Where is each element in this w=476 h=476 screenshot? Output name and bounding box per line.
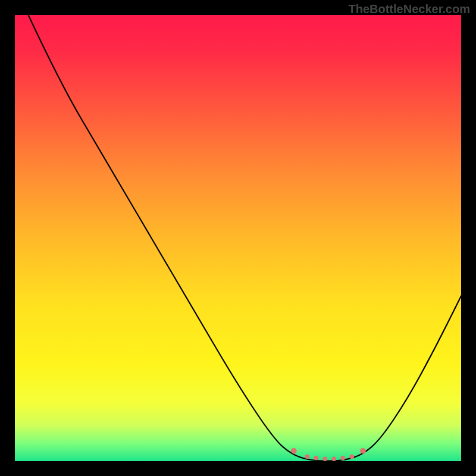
chart-svg — [15, 15, 461, 461]
marker-dot — [322, 456, 327, 461]
marker-dot — [340, 456, 345, 461]
marker-dot — [349, 455, 354, 459]
marker-dot — [331, 456, 336, 461]
gradient-background — [15, 15, 461, 461]
marker-dot — [314, 456, 318, 461]
marker-dot — [291, 448, 297, 454]
chart-area — [15, 15, 461, 461]
attribution-text: TheBottleNecker.com — [348, 2, 470, 16]
marker-dot — [360, 448, 366, 454]
marker-dot — [305, 455, 309, 459]
